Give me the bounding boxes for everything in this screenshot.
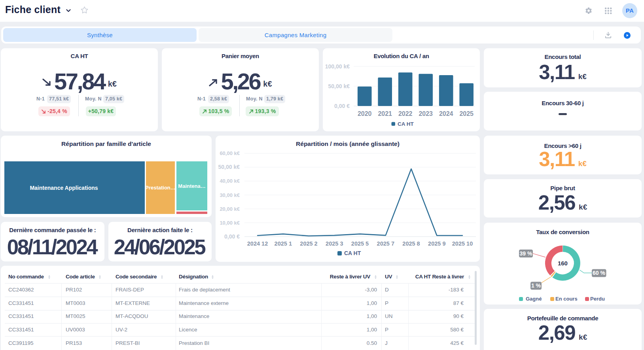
svg-text:39 %: 39 %: [520, 250, 532, 257]
svg-text:20,00 k€: 20,00 k€: [220, 206, 240, 212]
svg-text:2025 5: 2025 5: [351, 240, 369, 247]
svg-text:2025 7: 2025 7: [377, 240, 394, 247]
svg-text:2025 2: 2025 2: [300, 240, 317, 247]
svg-text:160: 160: [558, 260, 568, 267]
svg-text:50,00 k€: 50,00 k€: [328, 83, 350, 89]
svg-text:2025: 2025: [459, 110, 474, 117]
svg-text:2021: 2021: [378, 110, 392, 117]
svg-text:CA HT: CA HT: [344, 250, 361, 256]
svg-text:40,00 k€: 40,00 k€: [220, 178, 240, 184]
svg-text:50,00 k€: 50,00 k€: [218, 164, 240, 170]
svg-text:1 %: 1 %: [531, 282, 541, 289]
svg-text:2025 9: 2025 9: [428, 240, 445, 247]
svg-text:2024: 2024: [439, 110, 453, 117]
svg-text:100,00 k€: 100,00 k€: [325, 63, 350, 70]
svg-text:0,00 €: 0,00 €: [334, 103, 350, 109]
svg-text:60 %: 60 %: [593, 270, 605, 276]
svg-text:CA HT: CA HT: [398, 121, 414, 127]
svg-text:2025 8: 2025 8: [402, 240, 420, 247]
svg-text:2020: 2020: [358, 110, 372, 117]
svg-text:2024 12: 2024 12: [247, 240, 268, 247]
svg-text:2023: 2023: [419, 110, 433, 117]
svg-text:0,00 €: 0,00 €: [224, 233, 240, 240]
svg-text:10,00 k€: 10,00 k€: [220, 220, 240, 226]
svg-text:2025 1: 2025 1: [275, 240, 292, 247]
svg-text:2022: 2022: [398, 110, 413, 117]
svg-text:60,00 k€: 60,00 k€: [220, 150, 240, 156]
svg-text:2025 10: 2025 10: [452, 240, 473, 247]
svg-text:30,00 k€: 30,00 k€: [220, 192, 240, 198]
svg-text:2025 3: 2025 3: [326, 240, 343, 247]
